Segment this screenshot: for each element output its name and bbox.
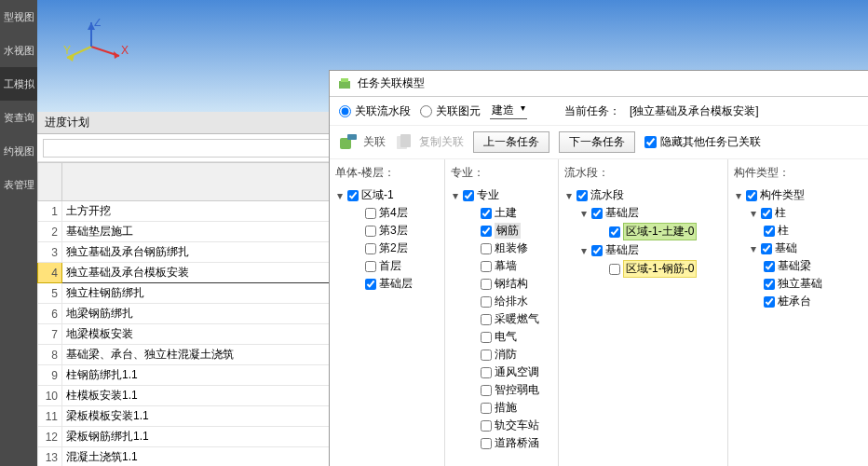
tree-node[interactable]: 钢结构 bbox=[451, 275, 552, 293]
tree-caret-icon[interactable]: ▾ bbox=[579, 207, 589, 220]
tree-node[interactable]: 轨交车站 bbox=[451, 417, 552, 434]
nav-item-5[interactable]: 表管理 bbox=[0, 168, 37, 201]
tree-checkbox[interactable] bbox=[481, 226, 492, 237]
hide-linked-checkbox[interactable]: 隐藏其他任务已关联 bbox=[644, 134, 761, 150]
tree-node[interactable]: 智控弱电 bbox=[451, 381, 552, 399]
tree-component-type[interactable]: 构件类型： ▾构件类型▾柱柱▾基础基础梁独立基础桩承台 bbox=[728, 159, 868, 466]
tree-node[interactable]: 消防 bbox=[451, 346, 552, 363]
tree-discipline[interactable]: 专业： ▾专业土建钢筋粗装修幕墙钢结构给排水采暖燃气电气消防通风空调智控弱电措施… bbox=[445, 159, 559, 466]
tree-checkbox[interactable] bbox=[481, 296, 492, 308]
tree-checkbox[interactable] bbox=[609, 226, 620, 238]
link-icon bbox=[339, 133, 359, 152]
tree-node[interactable]: ▾专业 bbox=[451, 186, 552, 204]
tree-node[interactable]: 柱 bbox=[734, 222, 862, 240]
tree-checkbox[interactable] bbox=[761, 243, 772, 254]
tree-node[interactable]: ▾区域-1 bbox=[335, 186, 439, 204]
radio-link-element[interactable]: 关联图元 bbox=[420, 103, 481, 119]
tree-node[interactable]: 钢筋 bbox=[451, 222, 552, 240]
current-task-label: 当前任务： bbox=[564, 103, 620, 119]
tree-checkbox[interactable] bbox=[463, 190, 474, 201]
tree-node[interactable]: ▾流水段 bbox=[564, 186, 722, 204]
tree-checkbox[interactable] bbox=[481, 314, 492, 325]
nav-item-2[interactable]: 工模拟 bbox=[0, 67, 37, 101]
tree-checkbox[interactable] bbox=[764, 296, 775, 308]
nav-item-3[interactable]: 资查询 bbox=[0, 101, 37, 134]
tree-node[interactable]: 通风空调 bbox=[451, 363, 552, 381]
tree-checkbox[interactable] bbox=[481, 208, 492, 219]
tree-checkbox[interactable] bbox=[609, 264, 620, 275]
tree-caret-icon[interactable]: ▾ bbox=[335, 189, 345, 202]
tree-checkbox[interactable] bbox=[764, 226, 775, 237]
tree-node[interactable]: 土建 bbox=[451, 204, 552, 222]
tree-header-building: 单体-楼层： bbox=[335, 163, 439, 186]
tree-node[interactable]: 幕墙 bbox=[451, 257, 552, 275]
dialog-titlebar[interactable]: 任务关联模型 bbox=[330, 71, 868, 97]
tree-node[interactable]: 区域-1-钢筋-0 bbox=[564, 259, 722, 279]
tree-node[interactable]: ▾构件类型 bbox=[734, 186, 862, 204]
tree-checkbox[interactable] bbox=[481, 403, 492, 414]
tree-caret-icon[interactable]: ▾ bbox=[451, 189, 460, 202]
tree-node[interactable]: ▾基础层 bbox=[564, 204, 722, 222]
tree-checkbox[interactable] bbox=[365, 243, 376, 254]
tree-checkbox[interactable] bbox=[347, 190, 359, 201]
tree-checkbox[interactable] bbox=[481, 243, 492, 254]
tree-node[interactable]: 独立基础 bbox=[734, 275, 862, 293]
tree-checkbox[interactable] bbox=[591, 245, 603, 256]
tree-node[interactable]: 采暖燃气 bbox=[451, 310, 552, 328]
tree-node[interactable]: ▾基础 bbox=[734, 240, 862, 257]
tree-checkbox[interactable] bbox=[764, 261, 775, 272]
tree-checkbox[interactable] bbox=[365, 226, 376, 237]
next-task-button[interactable]: 下一条任务 bbox=[559, 131, 635, 153]
tree-node[interactable]: 基础梁 bbox=[734, 257, 862, 275]
tree-node[interactable]: 电气 bbox=[451, 328, 552, 346]
tree-flowseg[interactable]: 流水段： ▾流水段▾基础层区域-1-土建-0▾基础层区域-1-钢筋-0 bbox=[559, 159, 728, 466]
nav-item-0[interactable]: 型视图 bbox=[0, 0, 37, 34]
tree-node[interactable]: 第4层 bbox=[335, 204, 439, 222]
tree-checkbox[interactable] bbox=[481, 350, 492, 361]
tree-checkbox[interactable] bbox=[481, 261, 492, 272]
svg-rect-14 bbox=[339, 81, 350, 89]
tree-node[interactable]: 道路桥涵 bbox=[451, 434, 552, 452]
tree-node[interactable]: 措施 bbox=[451, 399, 552, 417]
tree-checkbox[interactable] bbox=[761, 208, 772, 219]
tree-checkbox[interactable] bbox=[481, 332, 492, 343]
tree-header-flowseg: 流水段： bbox=[564, 163, 722, 186]
tree-checkbox[interactable] bbox=[591, 208, 603, 219]
tree-caret-icon[interactable]: ▾ bbox=[579, 244, 589, 257]
tree-checkbox[interactable] bbox=[764, 279, 775, 290]
tree-checkbox[interactable] bbox=[481, 367, 492, 378]
tree-checkbox[interactable] bbox=[576, 190, 588, 201]
nav-item-1[interactable]: 水视图 bbox=[0, 34, 37, 67]
tree-checkbox[interactable] bbox=[481, 438, 492, 449]
nav-item-4[interactable]: 约视图 bbox=[0, 134, 37, 168]
tree-node[interactable]: 首层 bbox=[335, 257, 439, 275]
tree-caret-icon[interactable]: ▾ bbox=[734, 189, 743, 202]
tree-checkbox[interactable] bbox=[365, 261, 376, 272]
tree-header-component: 构件类型： bbox=[734, 163, 862, 186]
tree-node[interactable]: 区域-1-土建-0 bbox=[564, 222, 722, 241]
tree-node[interactable]: 粗装修 bbox=[451, 240, 552, 257]
tree-node[interactable]: ▾柱 bbox=[734, 204, 862, 222]
mode-select[interactable]: 建造 bbox=[490, 103, 527, 119]
tree-node[interactable]: ▾基础层 bbox=[564, 241, 722, 259]
tree-caret-icon[interactable]: ▾ bbox=[749, 207, 758, 220]
tree-caret-icon[interactable]: ▾ bbox=[749, 242, 758, 255]
copy-link-button[interactable]: 复制关联 bbox=[395, 133, 464, 152]
prev-task-button[interactable]: 上一条任务 bbox=[473, 131, 549, 153]
tree-checkbox[interactable] bbox=[365, 208, 376, 219]
tree-checkbox[interactable] bbox=[365, 279, 376, 290]
tree-checkbox[interactable] bbox=[746, 190, 757, 201]
link-button[interactable]: 关联 bbox=[339, 133, 386, 152]
tree-checkbox[interactable] bbox=[481, 420, 492, 432]
tree-checkbox[interactable] bbox=[481, 385, 492, 396]
tree-node[interactable]: 第3层 bbox=[335, 222, 439, 240]
tree-building-floor[interactable]: 单体-楼层： ▾区域-1第4层第3层第2层首层基础层 bbox=[330, 159, 445, 466]
dialog-options-row: 关联流水段 关联图元 建造 当前任务： [独立基础及承台模板安装] bbox=[330, 97, 868, 126]
tree-caret-icon[interactable]: ▾ bbox=[564, 189, 574, 202]
radio-link-flowseg[interactable]: 关联流水段 bbox=[339, 103, 411, 119]
tree-node[interactable]: 给排水 bbox=[451, 293, 552, 310]
tree-node[interactable]: 第2层 bbox=[335, 240, 439, 257]
tree-node[interactable]: 基础层 bbox=[335, 275, 439, 293]
tree-checkbox[interactable] bbox=[481, 279, 492, 290]
tree-node[interactable]: 桩承台 bbox=[734, 293, 862, 310]
